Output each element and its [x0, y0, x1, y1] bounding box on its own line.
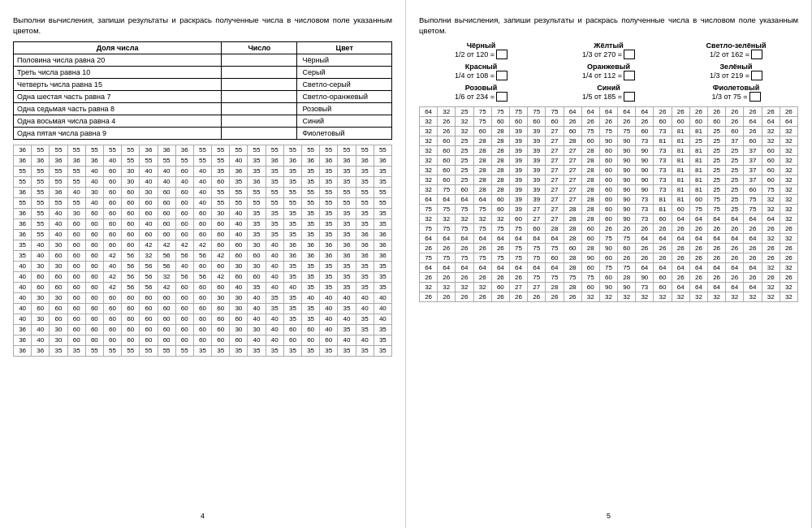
grid-cell: 32	[420, 282, 438, 292]
grid-cell: 36	[320, 250, 338, 261]
grid-cell: 60	[122, 335, 140, 345]
grid-cell: 35	[320, 282, 338, 292]
grid-cell: 40	[320, 324, 338, 335]
grid-cell: 90	[618, 204, 636, 214]
grid-cell: 55	[356, 145, 374, 155]
grid-cell: 27	[546, 145, 564, 155]
grid-cell: 35	[283, 345, 301, 356]
grid-cell: 32	[158, 271, 175, 282]
fraction-cell: Половина числа равна 20	[14, 54, 222, 66]
grid-cell: 36	[302, 155, 320, 166]
color-section: Светло-зелёный1/2 от 162 =	[674, 41, 798, 59]
right-page: Выполни вычисления, запиши результаты и …	[406, 0, 812, 528]
grid-cell: 36	[374, 155, 391, 166]
grid-cell: 60	[85, 282, 103, 292]
grid-cell: 75	[599, 262, 617, 272]
grid-cell: 35	[338, 176, 356, 187]
grid-cell: 60	[158, 335, 175, 345]
grid-cell: 26	[654, 106, 672, 116]
grid-cell: 55	[32, 197, 50, 208]
grid-cell: 40	[67, 187, 85, 197]
grid-cell: 26	[762, 243, 780, 253]
grid-cell: 32	[456, 282, 473, 292]
grid-cell: 90	[636, 184, 654, 194]
grid-cell: 28	[581, 194, 599, 204]
grid-cell: 55	[283, 145, 301, 155]
grid-cell: 60	[67, 261, 85, 271]
grid-cell: 90	[618, 184, 636, 194]
grid-cell: 75	[689, 204, 707, 214]
grid-cell: 90	[618, 282, 636, 292]
grid-cell: 25	[456, 175, 473, 184]
grid-cell: 35	[283, 303, 301, 314]
grid-cell: 36	[283, 240, 301, 250]
grid-cell: 60	[175, 282, 193, 292]
grid-cell: 26	[744, 106, 762, 116]
grid-cell: 60	[158, 187, 175, 197]
grid-cell: 40	[32, 240, 50, 250]
right-page-number: 5	[419, 512, 798, 520]
grid-cell: 26	[744, 253, 762, 262]
grid-cell: 60	[103, 324, 121, 335]
grid-cell: 26	[491, 292, 509, 301]
right-number-grid: 6432257575757575646464646426262626262626…	[419, 106, 798, 302]
grid-cell: 55	[212, 145, 230, 155]
color-label: Светло-зелёный	[674, 41, 798, 50]
grid-cell: 26	[420, 272, 438, 282]
fraction-cell: Одна восьмая числа равна 4	[14, 115, 222, 127]
grid-cell: 75	[546, 243, 564, 253]
grid-cell: 90	[636, 165, 654, 175]
grid-cell: 26	[762, 106, 780, 116]
grid-cell: 35	[356, 219, 374, 229]
grid-cell: 36	[32, 345, 50, 356]
grid-cell: 60	[67, 250, 85, 261]
grid-cell: 25	[726, 194, 744, 204]
grid-cell: 28	[491, 155, 509, 165]
grid-cell: 75	[509, 243, 527, 253]
fraction-cell: Фиолетовый	[297, 127, 392, 139]
grid-cell: 64	[618, 106, 636, 116]
grid-cell: 55	[158, 155, 175, 166]
grid-cell: 35	[374, 345, 391, 356]
grid-cell: 56	[175, 250, 193, 261]
grid-cell: 26	[473, 272, 491, 282]
grid-cell: 64	[672, 282, 689, 292]
grid-cell: 40	[85, 197, 103, 208]
answer-box	[496, 92, 508, 102]
grid-cell: 64	[528, 262, 546, 272]
grid-cell: 35	[374, 282, 391, 292]
grid-cell: 40	[374, 303, 391, 314]
grid-cell: 30	[50, 292, 67, 303]
grid-cell: 30	[122, 176, 140, 187]
grid-cell: 55	[175, 345, 193, 356]
grid-cell: 36	[338, 155, 356, 166]
grid-cell: 64	[636, 262, 654, 272]
grid-cell: 36	[67, 155, 85, 166]
grid-cell: 60	[654, 116, 672, 126]
grid-cell: 35	[283, 261, 301, 271]
color-label: Зелёный	[674, 63, 798, 71]
grid-cell: 55	[32, 229, 50, 240]
grid-cell: 60	[212, 335, 230, 345]
grid-cell: 40	[356, 303, 374, 314]
grid-cell: 60	[654, 214, 672, 223]
grid-cell: 60	[158, 314, 175, 324]
grid-cell: 55	[283, 187, 301, 197]
expression: 1/2 от 120 =	[419, 50, 543, 59]
grid-cell: 60	[67, 335, 85, 345]
grid-cell: 40	[230, 219, 248, 229]
grid-cell: 40	[14, 282, 32, 292]
fraction-cell: Треть числа равна 10	[14, 66, 222, 78]
grid-cell: 55	[374, 197, 391, 208]
grid-cell: 26	[780, 272, 797, 282]
grid-cell: 42	[158, 282, 175, 292]
grid-cell: 75	[528, 106, 546, 116]
grid-cell: 28	[491, 184, 509, 194]
grid-cell: 35	[302, 229, 320, 240]
grid-cell: 39	[509, 184, 527, 194]
grid-cell: 32	[780, 155, 797, 165]
col-header-share: Доля числа	[14, 41, 222, 54]
grid-cell: 36	[338, 250, 356, 261]
grid-cell: 60	[140, 303, 158, 314]
grid-cell: 39	[509, 175, 527, 184]
